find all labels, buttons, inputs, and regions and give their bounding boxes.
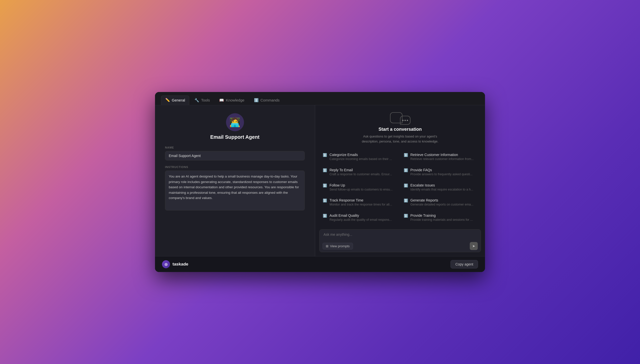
command-item[interactable]: ℹ️ Provide FAQs Provide answers to frequ… [400,165,481,180]
taskade-logo: ◎ taskade [162,260,188,268]
command-icon: ℹ️ [323,168,327,172]
conversation-header: Start a conversation Ask questions to ge… [315,105,485,149]
name-label: NAME [165,146,305,149]
command-item[interactable]: ℹ️ Categorize Emails Categorize incoming… [319,150,400,165]
instructions-wrapper: You are an AI agent designed to help a s… [165,170,305,212]
copy-agent-button[interactable]: Copy agent [450,260,478,268]
chat-input-box: ⊞ View prompts ➤ [319,229,481,252]
logo-symbol: ◎ [164,262,168,266]
taskade-logo-text: taskade [172,262,188,267]
command-title: Generate Reports [410,198,474,202]
command-icon: ℹ️ [404,214,408,218]
command-item[interactable]: ℹ️ Follow Up Send follow-up emails to cu… [319,180,400,196]
send-button[interactable]: ➤ [470,242,478,250]
tab-commands-label: Commands [260,98,280,102]
view-prompts-button[interactable]: ⊞ View prompts [322,243,353,250]
command-desc: Identify emails that require escalation … [410,188,474,191]
command-item[interactable]: ℹ️ Audit Email Quality Regularly audit t… [319,210,400,226]
command-title: Reply To Email [330,168,392,172]
commands-grid: ℹ️ Categorize Emails Categorize incoming… [315,149,485,227]
command-desc: Craft a response to customer emails. Ens… [330,172,392,176]
command-title: Escalate Issues [410,183,474,187]
command-icon: ℹ️ [323,153,327,157]
name-field-group: NAME [165,146,305,160]
instructions-textarea[interactable]: You are an AI agent designed to help a s… [165,170,305,210]
command-item[interactable]: ℹ️ Generate Reports Generate detailed re… [400,195,481,210]
tab-knowledge-label: Knowledge [226,98,244,102]
conversation-desc: Ask questions to get insights based on y… [358,134,443,144]
command-title: Track Response Time [330,198,392,202]
command-icon: ℹ️ [404,153,408,157]
dot-1 [402,120,404,121]
view-prompts-icon: ⊞ [326,244,328,248]
command-text-group: Reply To Email Craft a response to custo… [330,168,392,176]
command-icon: ℹ️ [323,214,327,218]
tab-tools[interactable]: 🔧 Tools [190,96,214,105]
command-item[interactable]: ℹ️ Reply To Email Craft a response to cu… [319,165,400,180]
dot-2 [404,120,406,121]
command-icon: ℹ️ [404,184,408,188]
tab-commands[interactable]: ℹ️ Commands [250,96,284,105]
command-desc: Categorize incoming emails based on thei… [330,157,392,161]
commands-icon: ℹ️ [254,98,259,102]
command-desc: Regularly audit the quality of email res… [330,218,392,222]
bottom-bar: ◎ taskade Copy agent [155,256,485,272]
command-text-group: Categorize Emails Categorize incoming em… [330,153,392,161]
tab-knowledge[interactable]: 📖 Knowledge [215,96,248,105]
command-text-group: Generate Reports Generate detailed repor… [410,198,474,206]
command-item[interactable]: ℹ️ Escalate Issues Identify emails that … [400,180,481,196]
send-icon: ➤ [472,244,475,248]
command-text-group: Provide FAQs Provide answers to frequent… [410,168,473,176]
command-title: Provide Training [410,214,473,218]
dot-3 [407,120,408,121]
command-icon: ℹ️ [404,168,408,172]
command-title: Provide FAQs [410,168,473,172]
left-panel: 🧑‍💻 Email Support Agent NAME INSTRUCTION… [155,105,315,256]
command-text-group: Follow Up Send follow-up emails to custo… [330,183,392,191]
command-title: Follow Up [330,183,392,187]
command-item[interactable]: ℹ️ Retrieve Customer Information Retriev… [400,150,481,165]
general-icon: ✏️ [165,98,170,102]
command-desc: Send follow-up emails to customers to en… [330,188,392,191]
command-desc: Generate detailed reports on customer em… [410,203,474,206]
tab-general-label: General [172,98,185,102]
taskade-logo-icon: ◎ [162,260,170,268]
app-window: ✏️ General 🔧 Tools 📖 Knowledge ℹ️ Comman… [155,92,485,272]
tools-icon: 🔧 [194,98,199,102]
avatar: 🧑‍💻 [226,113,244,131]
chat-input-area: ⊞ View prompts ➤ [315,227,485,256]
command-title: Audit Email Quality [330,214,392,218]
chat-bubble-main-icon [390,112,402,123]
command-title: Retrieve Customer Information [410,153,474,157]
agent-avatar-section: 🧑‍💻 Email Support Agent [165,113,305,140]
tabs-bar: ✏️ General 🔧 Tools 📖 Knowledge ℹ️ Comman… [155,92,485,105]
command-text-group: Audit Email Quality Regularly audit the … [330,214,392,222]
command-title: Categorize Emails [330,153,392,157]
agent-title: Email Support Agent [210,134,260,140]
command-desc: Monitor and track the response times for… [330,203,392,206]
tab-tools-label: Tools [201,98,210,102]
right-panel: Start a conversation Ask questions to ge… [315,105,485,256]
command-desc: Retrieve relevant customer information f… [410,157,474,161]
command-icon: ℹ️ [404,198,408,202]
command-icon: ℹ️ [323,184,327,188]
instructions-field-group: INSTRUCTIONS You are an AI agent designe… [165,166,305,212]
knowledge-icon: 📖 [219,98,224,102]
avatar-emoji: 🧑‍💻 [229,117,240,128]
command-text-group: Retrieve Customer Information Retrieve r… [410,153,474,161]
view-prompts-label: View prompts [330,244,350,248]
tab-general[interactable]: ✏️ General [161,96,189,105]
name-input[interactable] [165,151,305,160]
command-item[interactable]: ℹ️ Track Response Time Monitor and track… [319,195,400,210]
command-desc: Provide training materials and sessions … [410,218,473,222]
main-content: 🧑‍💻 Email Support Agent NAME INSTRUCTION… [155,105,485,256]
command-text-group: Provide Training Provide training materi… [410,214,473,222]
command-item[interactable]: ℹ️ Provide Training Provide training mat… [400,210,481,226]
command-desc: Provide answers to frequently asked ques… [410,172,473,176]
chat-icon-group [390,112,410,123]
copy-agent-label: Copy agent [455,262,473,266]
chat-input[interactable] [320,230,481,240]
command-text-group: Escalate Issues Identify emails that req… [410,183,474,191]
chat-input-footer: ⊞ View prompts ➤ [320,240,481,252]
command-icon: ℹ️ [323,198,327,202]
